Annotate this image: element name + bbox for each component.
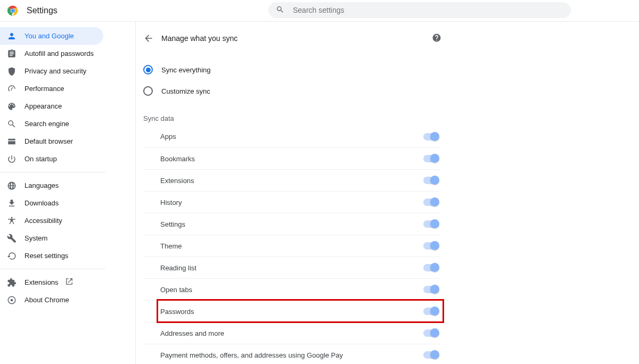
radio-label: Customize sync — [161, 87, 210, 95]
sync-row-theme: Theme — [143, 235, 441, 257]
sync-row-label: Bookmarks — [160, 155, 423, 163]
sync-row-label: Passwords — [160, 308, 423, 316]
svg-point-5 — [11, 299, 13, 301]
nav-label: Autofill and passwords — [24, 49, 94, 57]
search-settings[interactable] — [268, 2, 571, 18]
sync-row-label: History — [160, 198, 423, 206]
radio-customize-sync[interactable]: Customize sync — [143, 80, 441, 102]
speedometer-icon — [6, 84, 17, 94]
separator — [0, 269, 105, 269]
nav-label: Privacy and security — [24, 67, 86, 75]
sync-row-reading-list: Reading list — [143, 257, 441, 278]
sidebar-item-extensions[interactable]: Extensions — [0, 274, 103, 291]
nav-label: Performance — [24, 85, 64, 93]
window-icon — [6, 137, 17, 146]
sync-row-label: Addresses and more — [160, 329, 423, 337]
restore-icon — [6, 251, 17, 261]
toggle-switch[interactable] — [423, 220, 438, 228]
clipboard-icon — [6, 49, 17, 59]
toggle-switch[interactable] — [423, 329, 438, 337]
nav-label: About Chrome — [24, 296, 69, 304]
sidebar-item-appearance[interactable]: Appearance — [0, 97, 103, 115]
power-icon — [6, 154, 17, 164]
sidebar-item-default-browser[interactable]: Default browser — [0, 133, 103, 150]
sidebar-item-downloads[interactable]: Downloads — [0, 194, 103, 212]
sidebar-item-privacy[interactable]: Privacy and security — [0, 62, 103, 80]
sync-row-label: Payment methods, offers, and addresses u… — [160, 351, 423, 359]
open-in-new-icon — [65, 277, 73, 287]
toggle-switch[interactable] — [423, 351, 438, 359]
toggle-switch[interactable] — [423, 133, 438, 140]
sync-row-settings: Settings — [143, 213, 441, 235]
sync-row-label: Apps — [160, 133, 423, 140]
toggle-switch[interactable] — [423, 264, 438, 271]
toggle-switch[interactable] — [423, 308, 438, 315]
nav-label: Accessibility — [24, 217, 62, 225]
nav-label: Appearance — [24, 102, 62, 110]
sidebar-item-system[interactable]: System — [0, 229, 103, 247]
sync-row-label: Theme — [160, 242, 423, 250]
svg-point-3 — [12, 9, 14, 12]
globe-icon — [6, 181, 17, 191]
back-button[interactable] — [143, 33, 154, 44]
sidebar-item-autofill[interactable]: Autofill and passwords — [0, 45, 103, 62]
nav-label: You and Google — [24, 32, 74, 40]
sync-row-label: Settings — [160, 220, 423, 228]
search-input[interactable] — [293, 6, 563, 14]
sidebar: You and Google Autofill and passwords Pr… — [0, 22, 135, 364]
sidebar-item-reset[interactable]: Reset settings — [0, 247, 103, 264]
palette-icon — [6, 102, 17, 111]
sync-row-addresses-and-more: Addresses and more — [143, 322, 441, 344]
sync-row-open-tabs: Open tabs — [143, 278, 441, 300]
search-icon — [276, 5, 293, 15]
sync-row-label: Extensions — [160, 177, 423, 185]
toggle-switch[interactable] — [423, 242, 438, 250]
sidebar-item-languages[interactable]: Languages — [0, 177, 103, 194]
sidebar-item-about[interactable]: About Chrome — [0, 291, 103, 309]
radio-sync-everything[interactable]: Sync everything — [143, 59, 441, 80]
section-label: Sync data — [143, 114, 441, 122]
sync-data-list: AppsBookmarksExtensionsHistorySettingsTh… — [143, 126, 441, 364]
toggle-switch[interactable] — [423, 286, 438, 293]
chrome-outline-icon — [6, 295, 17, 305]
top-bar: Settings — [0, 0, 639, 21]
sync-row-label: Open tabs — [160, 286, 423, 294]
magnify-icon — [6, 119, 17, 129]
sync-row-apps: Apps — [143, 126, 441, 147]
nav-label: On startup — [24, 155, 57, 163]
radio-label: Sync everything — [161, 66, 211, 74]
nav-label: Extensions — [24, 278, 59, 286]
wrench-icon — [6, 234, 17, 243]
separator — [0, 172, 105, 172]
section-title: Manage what you sync — [161, 34, 432, 43]
shield-icon — [6, 67, 17, 76]
extension-icon — [6, 278, 17, 287]
nav-label: Downloads — [24, 199, 59, 207]
radio-icon — [143, 86, 153, 96]
help-button[interactable] — [432, 33, 441, 44]
radio-icon — [143, 65, 153, 75]
sidebar-item-accessibility[interactable]: Accessibility — [0, 212, 103, 229]
person-icon — [6, 31, 17, 41]
sync-row-label: Reading list — [160, 264, 423, 272]
nav-label: System — [24, 234, 47, 242]
sync-mode-radio-group: Sync everything Customize sync — [143, 59, 441, 102]
sidebar-item-performance[interactable]: Performance — [0, 80, 103, 97]
download-icon — [6, 198, 17, 208]
toggle-switch[interactable] — [423, 155, 438, 162]
nav-label: Languages — [24, 181, 59, 189]
chrome-logo-icon — [7, 5, 18, 16]
sync-row-passwords: Passwords — [143, 300, 441, 322]
nav-label: Reset settings — [24, 252, 68, 260]
sidebar-item-on-startup[interactable]: On startup — [0, 150, 103, 168]
accessibility-icon — [6, 216, 17, 226]
nav-label: Default browser — [24, 137, 73, 145]
sync-row-history: History — [143, 191, 441, 213]
toggle-switch[interactable] — [423, 198, 438, 206]
toggle-switch[interactable] — [423, 177, 438, 184]
main-panel: Manage what you sync Sync everything Cus… — [135, 22, 639, 364]
sidebar-item-search-engine[interactable]: Search engine — [0, 115, 103, 133]
page-title: Settings — [27, 6, 58, 15]
sync-row-payment-methods-offers-and-addresses-using-google-pay: Payment methods, offers, and addresses u… — [143, 344, 441, 364]
sidebar-item-you-and-google[interactable]: You and Google — [0, 27, 103, 45]
